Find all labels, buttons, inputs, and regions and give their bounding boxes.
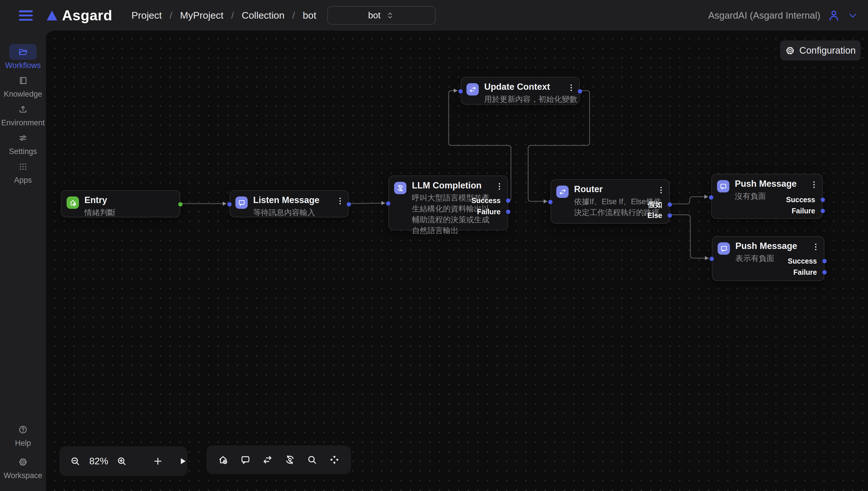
home-plus-icon bbox=[69, 199, 77, 207]
kebab-icon bbox=[811, 242, 820, 252]
home-plus-icon bbox=[218, 454, 228, 465]
sidebar-item-environment[interactable]: Environment bbox=[0, 101, 46, 127]
output-port[interactable] bbox=[821, 209, 825, 213]
swap-arrows-icon bbox=[262, 454, 273, 465]
node-title: Push Message bbox=[735, 241, 797, 251]
chevron-down-icon bbox=[847, 10, 858, 21]
move-icon bbox=[329, 454, 340, 465]
sidebar-item-help[interactable]: Help bbox=[0, 422, 46, 448]
node-menu-button[interactable] bbox=[495, 181, 504, 192]
output-port-label: Failure bbox=[477, 207, 500, 216]
configuration-button[interactable]: Configuration bbox=[780, 40, 861, 60]
input-port[interactable] bbox=[710, 257, 714, 261]
breadcrumb-item-bot[interactable]: bot bbox=[303, 10, 316, 21]
breadcrumb-separator: / bbox=[292, 10, 295, 21]
node-menu-button[interactable] bbox=[567, 83, 576, 93]
node-push-message-negative[interactable]: Push Message表示有負面SuccessFailure bbox=[712, 236, 824, 281]
breadcrumb-item-collection[interactable]: Collection bbox=[242, 10, 284, 21]
breadcrumb-separator: / bbox=[170, 10, 172, 21]
app-logo[interactable]: Asgard bbox=[45, 0, 112, 31]
output-port[interactable] bbox=[506, 199, 510, 203]
llm-icon bbox=[397, 184, 404, 192]
configuration-label: Configuration bbox=[799, 45, 856, 56]
chat-bubble-tool-button[interactable] bbox=[240, 454, 251, 465]
sidebar-item-label: Environment bbox=[1, 118, 45, 127]
add-button[interactable] bbox=[153, 456, 163, 467]
sidebar-item-knowledge[interactable]: Knowledge bbox=[0, 73, 46, 99]
output-port[interactable] bbox=[578, 89, 582, 93]
chevron-down-icon bbox=[847, 10, 858, 21]
node-llm-completion[interactable]: LLM Completion呼叫大型語言模型並產 生結構化的資料輸出以 輔助流程… bbox=[388, 175, 508, 230]
sidebar-item-label: Workflows bbox=[5, 61, 41, 70]
input-port[interactable] bbox=[386, 201, 390, 206]
workflow-select[interactable]: bot bbox=[327, 6, 436, 25]
home-plus-tool-button[interactable] bbox=[218, 454, 228, 465]
node-menu-button[interactable] bbox=[656, 185, 666, 195]
zoom-level: 82% bbox=[89, 456, 108, 467]
output-port[interactable] bbox=[822, 270, 827, 275]
plus-icon bbox=[153, 456, 163, 467]
node-menu-button[interactable] bbox=[811, 242, 820, 252]
chat-bubble-icon bbox=[238, 199, 246, 207]
triangle-logo-icon bbox=[45, 9, 59, 22]
zoom-toolbar: 82% bbox=[59, 446, 187, 476]
node-title: Listen Message bbox=[253, 195, 320, 205]
swap-arrows-icon bbox=[559, 188, 567, 196]
llm-tool-button[interactable] bbox=[284, 454, 295, 465]
zoom-out-icon bbox=[70, 456, 81, 467]
input-port[interactable] bbox=[458, 89, 463, 93]
node-router[interactable]: Router依據If、Else If、Else條件 決定工作流程執行的路徑假如E… bbox=[550, 179, 670, 224]
sidebar-item-workspace[interactable]: Workspace bbox=[0, 454, 46, 480]
run-workflow-button[interactable] bbox=[177, 456, 188, 467]
node-update-context[interactable]: Update Context用於更新內容，初始化變數 bbox=[461, 77, 580, 105]
chat-bubble-icon bbox=[717, 180, 729, 193]
output-port[interactable] bbox=[347, 202, 351, 206]
kebab-icon bbox=[656, 185, 666, 195]
swap-arrows-icon bbox=[466, 83, 479, 95]
person-icon bbox=[827, 9, 840, 22]
hamburger-icon[interactable] bbox=[19, 10, 33, 21]
zoom-out-icon bbox=[70, 456, 81, 467]
node-entry[interactable]: Entry情緒判斷 bbox=[61, 190, 180, 218]
zoom-in-button[interactable] bbox=[116, 456, 127, 467]
chat-bubble-icon bbox=[720, 244, 728, 253]
account-menu[interactable]: AsgardAI (Asgard Internal) bbox=[708, 0, 858, 31]
sidebar-item-label: Help bbox=[15, 439, 31, 448]
folder-open-icon bbox=[18, 47, 28, 57]
chat-bubble-icon bbox=[719, 182, 727, 191]
sidebar-item-apps[interactable]: Apps bbox=[0, 158, 46, 185]
sidebar-item-settings[interactable]: Settings bbox=[0, 130, 46, 156]
swap-arrows-tool-button[interactable] bbox=[262, 454, 273, 465]
gear-icon bbox=[785, 46, 795, 56]
input-port[interactable] bbox=[227, 202, 232, 206]
breadcrumb-item-project[interactable]: Project bbox=[132, 10, 162, 21]
output-port-label: Success bbox=[788, 257, 817, 265]
sidebar-item-workflows[interactable]: Workflows bbox=[0, 44, 46, 70]
zoom-out-button[interactable] bbox=[70, 456, 81, 467]
move-tool-button[interactable] bbox=[329, 454, 340, 465]
kebab-icon bbox=[335, 196, 345, 206]
node-menu-button[interactable] bbox=[335, 196, 345, 206]
input-port[interactable] bbox=[709, 195, 713, 200]
output-port[interactable] bbox=[821, 198, 825, 202]
node-menu-button[interactable] bbox=[809, 179, 819, 190]
person-icon bbox=[827, 9, 840, 22]
llm-icon bbox=[394, 182, 406, 194]
output-port[interactable] bbox=[178, 202, 183, 206]
output-port-label: Else bbox=[648, 211, 662, 220]
output-port[interactable] bbox=[668, 202, 672, 207]
node-subtitle: 情緒判斷 bbox=[84, 207, 115, 218]
sidebar-item-label: Apps bbox=[14, 176, 32, 185]
node-listen-message[interactable]: Listen Message等待訊息內容輸入 bbox=[229, 190, 349, 218]
output-port[interactable] bbox=[506, 210, 510, 214]
triangle-logo-icon bbox=[45, 9, 59, 22]
breadcrumb-item-myproject[interactable]: MyProject bbox=[180, 10, 223, 21]
node-push-message-positive[interactable]: Push Message沒有負面SuccessFailure bbox=[711, 174, 823, 219]
output-port[interactable] bbox=[668, 213, 672, 218]
search-tool-button[interactable] bbox=[306, 454, 318, 465]
node-subtitle: 用於更新內容，初始化變數 bbox=[484, 94, 577, 105]
node-title: LLM Completion bbox=[412, 180, 482, 191]
output-port[interactable] bbox=[822, 259, 827, 263]
book-icon bbox=[18, 76, 28, 85]
input-port[interactable] bbox=[548, 200, 552, 204]
